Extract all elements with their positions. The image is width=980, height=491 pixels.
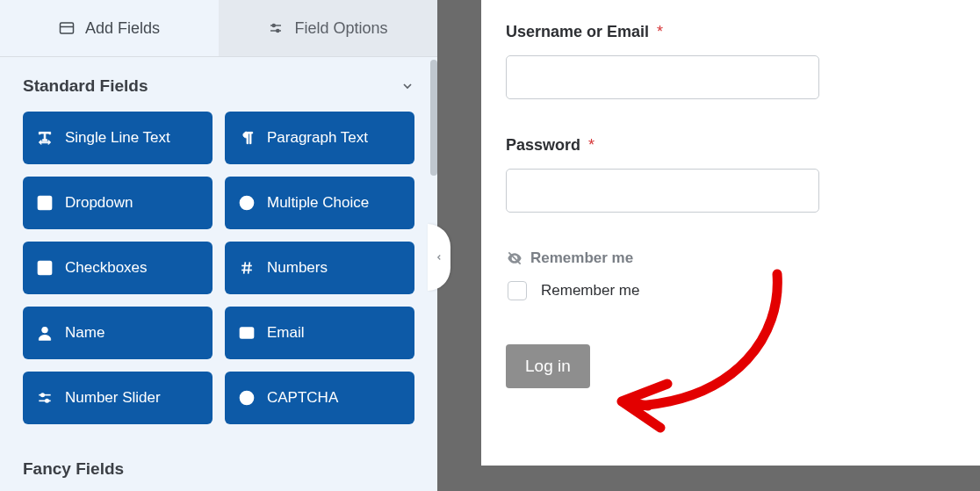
field-label: Paragraph Text — [267, 129, 368, 147]
username-label: Username or Email * — [506, 23, 955, 41]
field-name[interactable]: Name — [23, 307, 213, 359]
remember-field-heading: Remember me — [506, 249, 955, 267]
svg-point-21 — [246, 401, 247, 401]
sidebar-tabs: Add Fields Field Options — [0, 0, 437, 57]
paragraph-icon — [238, 129, 256, 147]
field-multiple-choice[interactable]: Multiple Choice — [225, 177, 414, 229]
sliders-icon — [36, 389, 54, 407]
field-label: Single Line Text — [65, 129, 170, 147]
text-width-icon — [36, 129, 54, 147]
field-captcha[interactable]: CAPTCHA — [225, 372, 414, 424]
field-label: Checkboxes — [65, 259, 148, 277]
envelope-icon — [238, 324, 256, 342]
check-square-icon — [36, 259, 54, 277]
form-preview: Username or Email * Password * Remember … — [481, 0, 980, 466]
svg-point-14 — [42, 327, 48, 333]
svg-line-12 — [244, 262, 246, 273]
remember-checkbox-row[interactable]: Remember me — [508, 281, 955, 300]
password-label: Password * — [506, 136, 955, 155]
field-single-line-text[interactable]: Single Line Text — [23, 112, 213, 164]
standard-fields-grid: Single Line Text Paragraph Text Dropdown… — [0, 112, 437, 424]
tab-field-options[interactable]: Field Options — [219, 0, 437, 56]
field-email[interactable]: Email — [225, 307, 414, 359]
user-icon — [36, 324, 54, 342]
svg-point-5 — [277, 30, 279, 32]
chevron-down-icon — [400, 79, 414, 93]
label-text: Password — [506, 136, 580, 154]
window-icon — [59, 20, 75, 36]
field-checkboxes[interactable]: Checkboxes — [23, 242, 213, 294]
section-standard-header[interactable]: Standard Fields — [0, 57, 437, 112]
visibility-off-icon — [506, 249, 523, 267]
field-label: Numbers — [267, 259, 328, 277]
field-label: CAPTCHA — [267, 389, 338, 407]
submit-button[interactable]: Log in — [506, 344, 590, 388]
field-dropdown[interactable]: Dropdown — [23, 177, 213, 229]
field-numbers[interactable]: Numbers — [225, 242, 414, 294]
section-fancy-header[interactable]: Fancy Fields — [0, 440, 437, 491]
required-marker: * — [657, 23, 663, 40]
required-marker: * — [588, 136, 594, 154]
tab-label: Add Fields — [85, 19, 160, 38]
hashtag-icon — [238, 259, 256, 277]
username-input[interactable] — [506, 55, 819, 99]
svg-point-8 — [245, 201, 249, 206]
tab-add-fields[interactable]: Add Fields — [0, 0, 219, 56]
remember-checkbox[interactable] — [508, 281, 527, 300]
field-number-slider[interactable]: Number Slider — [23, 372, 213, 424]
heading-text: Remember me — [530, 249, 633, 267]
section-title: Standard Fields — [23, 76, 148, 96]
svg-point-17 — [41, 394, 44, 396]
svg-point-19 — [46, 400, 48, 402]
svg-point-3 — [273, 25, 276, 27]
field-label: Multiple Choice — [267, 194, 369, 212]
chevron-left-icon — [435, 252, 443, 263]
remember-label: Remember me — [541, 282, 639, 300]
field-paragraph-text[interactable]: Paragraph Text — [225, 112, 414, 164]
field-label: Dropdown — [65, 194, 133, 212]
caret-square-icon — [36, 194, 54, 212]
tab-label: Field Options — [294, 19, 387, 38]
svg-rect-0 — [60, 23, 73, 33]
field-password[interactable]: Password * — [506, 136, 955, 213]
svg-line-13 — [249, 262, 250, 273]
dot-circle-icon — [238, 194, 256, 212]
field-label: Name — [65, 324, 104, 342]
password-input[interactable] — [506, 169, 819, 213]
sliders-icon — [268, 20, 284, 36]
section-title: Fancy Fields — [23, 459, 124, 479]
field-label: Number Slider — [65, 389, 161, 407]
fields-sidebar: Add Fields Field Options Standard Fields… — [0, 0, 437, 491]
sidebar-scrollbar[interactable] — [430, 60, 437, 176]
field-username[interactable]: Username or Email * — [506, 23, 955, 99]
label-text: Username or Email — [506, 23, 649, 40]
sidebar-collapse-handle[interactable] — [428, 224, 450, 291]
field-label: Email — [267, 324, 305, 342]
question-circle-icon — [238, 389, 256, 407]
